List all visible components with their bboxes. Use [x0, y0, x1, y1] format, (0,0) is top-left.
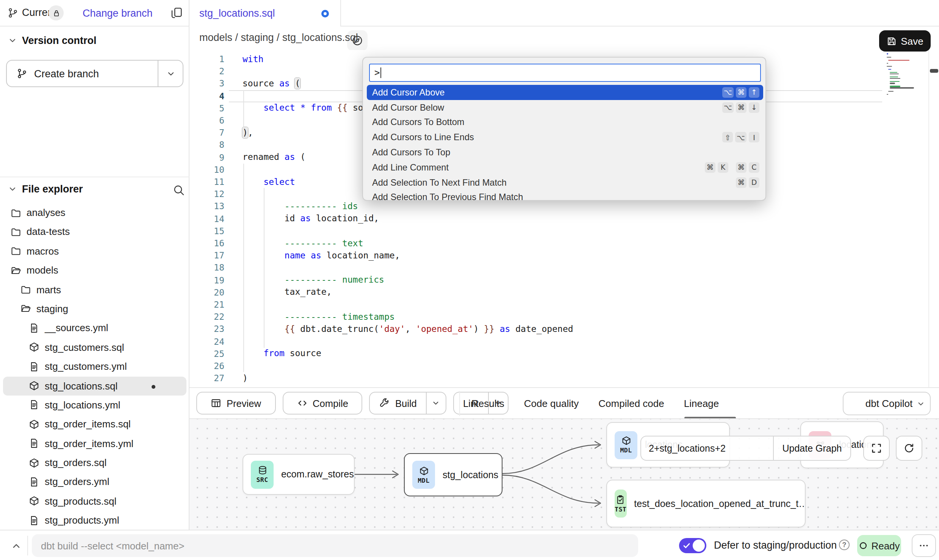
file-item-label: stg_locations.sql: [45, 380, 117, 391]
version-control-header[interactable]: Version control: [8, 35, 97, 46]
keycap: ⌘: [736, 102, 747, 113]
tab-compiled-code[interactable]: Compiled code: [598, 397, 664, 409]
command-palette-input[interactable]: >: [369, 64, 761, 82]
folder-icon: [20, 284, 31, 295]
fullscreen-button[interactable]: [863, 436, 890, 461]
file-item-stg-locations-sql[interactable]: stg_locations.sql: [3, 376, 186, 396]
file-item-staging[interactable]: staging: [0, 299, 189, 319]
save-button[interactable]: Save: [879, 30, 931, 52]
file-item--sources-yml[interactable]: __sources.yml: [0, 319, 189, 338]
palette-item-add-cursors-to-top[interactable]: Add Cursors To Top: [363, 145, 766, 160]
model-node[interactable]: MDLstg_locations: [404, 453, 502, 496]
source-node[interactable]: SRCecom.raw_stores: [243, 454, 355, 495]
file-item-models[interactable]: models: [0, 261, 189, 280]
tab-code-quality[interactable]: Code quality: [524, 397, 579, 409]
code-line-19: 19 ---------- numerics: [189, 274, 939, 286]
unsaved-dot-icon: [321, 10, 329, 17]
branch-icon: [17, 68, 27, 79]
collapse-panel-button[interactable]: [8, 537, 24, 554]
test-node[interactable]: TSTtest_does_location_opened_at_trunc_t…: [606, 480, 806, 527]
indent-guide: [243, 90, 244, 127]
defer-label: Defer to staging/production: [714, 540, 837, 551]
refresh-button[interactable]: [896, 436, 922, 461]
version-control-title: Version control: [22, 35, 97, 46]
palette-item-add-line-comment[interactable]: Add Line Comment⌘K⌘C: [363, 160, 766, 175]
file-item-marts[interactable]: marts: [0, 280, 189, 299]
lineage-panel[interactable]: SRCecom.raw_storesMDLstg_locationsMDLloc…: [189, 418, 939, 530]
file-item-stg-customers-yml[interactable]: stg_customers.yml: [0, 357, 189, 376]
file-item-stg-locations-yml[interactable]: stg_locations.yml: [0, 396, 189, 415]
palette-item-add-cursors-to-line-ends[interactable]: Add Cursors to Line Ends⇧⌥I: [363, 130, 766, 145]
search-icon[interactable]: [173, 184, 185, 196]
file-item-label: models: [27, 264, 58, 276]
file-item-stg-customers-sql[interactable]: stg_customers.sql: [0, 338, 189, 357]
sidebar: Current Change branch Version control Cr…: [0, 0, 189, 530]
statusbar-divider: [27, 536, 28, 555]
result-tabs: ResultsCode qualityCompiled codeLineage: [471, 388, 719, 418]
keycap: ⌘: [736, 87, 747, 98]
palette-item-add-cursor-below[interactable]: Add Cursor Below⌥⌘↓: [363, 100, 766, 115]
modified-dot-icon: [152, 385, 155, 388]
compile-button[interactable]: Compile: [282, 392, 363, 415]
file-item-stg-orders-sql[interactable]: stg_orders.sql: [0, 453, 189, 472]
code-line-27: 27): [189, 372, 939, 384]
model-node-label: stg_locations: [443, 469, 498, 480]
folder-open-icon: [11, 265, 21, 275]
database-icon: [257, 465, 267, 475]
file-item-data-tests[interactable]: data-tests: [0, 222, 189, 242]
scrollbar-thumb[interactable]: [930, 69, 938, 73]
palette-item-add-cursor-above[interactable]: Add Cursor Above⌥⌘↑: [367, 85, 763, 100]
create-branch-dropdown[interactable]: [158, 61, 183, 86]
build-dropdown[interactable]: [426, 393, 446, 414]
file-item-label: macros: [27, 246, 59, 257]
keycap: ⌥: [722, 87, 734, 98]
defer-toggle[interactable]: [679, 538, 706, 553]
minimap[interactable]: [887, 53, 914, 97]
status-badge[interactable]: Ready: [857, 535, 901, 556]
palette-item-add-selection-to-previous-find-match[interactable]: Add Selection To Previous Find Match: [363, 190, 766, 201]
file-item-label: data-tests: [27, 226, 70, 238]
tab-results[interactable]: Results: [471, 397, 504, 409]
file-icon: [29, 477, 39, 487]
palette-item-add-selection-to-next-find-match[interactable]: Add Selection To Next Find Match⌘D: [363, 175, 766, 190]
file-item-stg-products-yml[interactable]: stg_products.yml: [0, 511, 189, 530]
shortcut-keys: ⌘D: [736, 177, 759, 188]
file-item-macros[interactable]: macros: [0, 242, 189, 261]
command-input[interactable]: dbt build --select <model_name>: [32, 534, 638, 557]
file-item-stg-orders-yml[interactable]: stg_orders.yml: [0, 472, 189, 492]
create-branch-button[interactable]: Create branch: [6, 60, 183, 87]
code-line-25: 25 from source: [189, 348, 939, 360]
file-item-stg-products-sql[interactable]: stg_products.sql: [0, 492, 189, 511]
build-label: Build: [395, 397, 417, 409]
change-branch-link[interactable]: Change branch: [83, 8, 153, 19]
folder-icon: [11, 227, 21, 237]
build-button[interactable]: Build: [369, 392, 446, 415]
keycap: ↑: [749, 87, 759, 98]
code-line-17: 17 name as location_name,: [189, 249, 939, 261]
file-item-label: stg_products.sql: [45, 496, 116, 507]
more-options-button[interactable]: [912, 534, 936, 557]
chevron-down-icon: [432, 399, 440, 407]
dbt-copilot-label: dbt Copilot: [865, 398, 912, 409]
copy-icon[interactable]: [171, 7, 183, 19]
update-graph-button[interactable]: Update Graph: [773, 436, 850, 460]
file-explorer-header[interactable]: File explorer: [8, 183, 83, 195]
model-node-badge: MDL: [412, 461, 435, 489]
palette-item-add-cursors-to-bottom[interactable]: Add Cursors To Bottom: [363, 115, 766, 130]
file-item-analyses[interactable]: analyses: [0, 203, 189, 222]
dbt-copilot-button[interactable]: dbt Copilot: [843, 392, 931, 415]
code-icon: [297, 398, 307, 408]
folder-open-icon: [20, 303, 31, 314]
tab-stg-locations[interactable]: stg_locations.sql: [189, 0, 341, 27]
new-tab-button[interactable]: [913, 7, 926, 20]
cube-icon: [29, 380, 39, 391]
lineage-filter-input[interactable]: 2+stg_locations+2: [641, 436, 773, 460]
help-icon[interactable]: ?: [839, 540, 850, 550]
create-branch-label: Create branch: [34, 68, 99, 79]
tab-lineage[interactable]: Lineage: [684, 397, 719, 409]
cube-icon: [419, 466, 429, 476]
file-item-stg-order-items-yml[interactable]: stg_order_items.yml: [0, 434, 189, 453]
file-item-stg-order-items-sql[interactable]: stg_order_items.sql: [0, 415, 189, 434]
preview-button[interactable]: Preview: [196, 392, 275, 415]
palette-item-label: Add Selection To Previous Find Match: [372, 192, 759, 201]
